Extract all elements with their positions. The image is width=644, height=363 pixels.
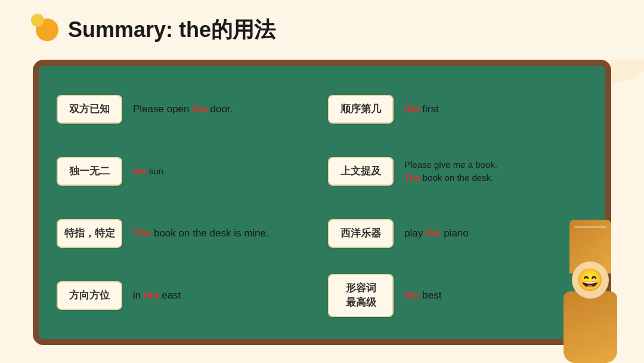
label-tag: 顺序第几	[328, 95, 394, 124]
board-row-left: 方向方位in the east	[57, 269, 316, 322]
blackboard: 双方已知Please open the door.顺序第几the first独一…	[33, 60, 611, 345]
board-row-right: 顺序第几the first	[328, 82, 587, 136]
label-tag: 西洋乐器	[328, 219, 394, 248]
label-tag: 独一无二	[57, 157, 122, 186]
board-row-right: 上文提及Please give me a book.The book on th…	[328, 144, 587, 198]
example-text: the first	[404, 101, 439, 117]
label-tag: 特指，特定	[57, 219, 122, 248]
top-area: Summary: the的用法	[0, 0, 644, 60]
character-illustration	[543, 208, 638, 363]
page-title: Summary: the的用法	[68, 16, 275, 45]
label-tag: 方向方位	[57, 281, 122, 310]
board-row-left: 独一无二the sun	[57, 144, 316, 198]
title-circle-icon	[36, 19, 58, 41]
example-text: in the east	[133, 288, 181, 303]
example-text: the sun	[133, 165, 163, 179]
board-row-left: 双方已知Please open the door.	[57, 82, 316, 136]
example-text: Please open the door.	[133, 101, 233, 117]
example-text: The book on the desk is mine.	[133, 226, 269, 241]
board-row-left: 特指，特定The book on the desk is mine.	[57, 207, 316, 260]
label-tag: 形容词 最高级	[328, 274, 394, 317]
example-text: the best	[404, 288, 441, 303]
example-text: play the piano	[404, 226, 469, 241]
char-body	[552, 220, 629, 363]
example-text: Please give me a book.The book on the de…	[404, 158, 497, 185]
label-tag: 双方已知	[57, 95, 122, 124]
label-tag: 上文提及	[328, 157, 394, 186]
char-face	[572, 262, 609, 299]
char-robe	[564, 291, 617, 363]
